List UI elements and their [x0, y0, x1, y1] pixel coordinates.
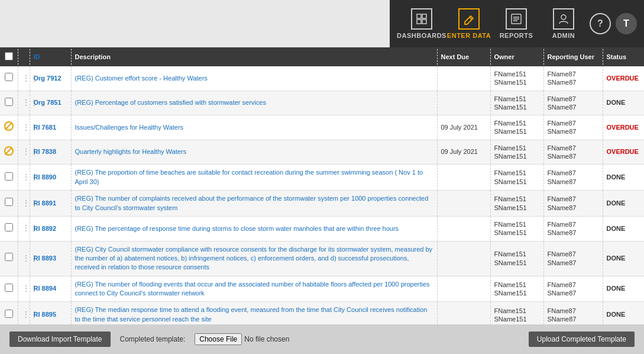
row-next-due — [437, 302, 490, 324]
row-checkbox[interactable] — [5, 73, 13, 81]
table-row: ⋮⋮RI 8894(REG) The number of flooding ev… — [0, 276, 644, 302]
row-owner: FName151SName151 — [490, 66, 543, 91]
nav-bar: DASHBOARDS ENTER DATA REPORTS — [390, 0, 644, 47]
row-next-due — [437, 216, 490, 241]
row-id[interactable]: RI 8895 — [30, 302, 71, 324]
nav-enter-data[interactable]: ENTER DATA — [445, 0, 493, 47]
col-header-drag — [18, 47, 30, 66]
col-header-desc: Description — [71, 47, 437, 66]
row-checkbox[interactable] — [5, 198, 13, 206]
row-id[interactable]: Org 7912 — [30, 66, 71, 91]
svg-point-8 — [561, 15, 566, 20]
row-id[interactable]: RI 8891 — [30, 191, 71, 217]
row-check-cell — [0, 115, 18, 140]
row-owner: FName151SName151 — [490, 302, 543, 324]
row-description: (REG) Percentage of customers satisfied … — [71, 91, 437, 115]
row-description: (REG) The percentage of response time du… — [71, 216, 437, 241]
col-header-owner: Owner — [490, 47, 543, 66]
completed-template-label: Completed template: — [120, 335, 186, 343]
row-status: DONE — [603, 216, 644, 241]
svg-rect-0 — [417, 14, 421, 18]
row-next-due — [437, 191, 490, 217]
upload-template-button[interactable]: Upload Completed Template — [529, 332, 635, 347]
row-checkbox[interactable] — [5, 223, 13, 231]
row-check-cell — [0, 241, 18, 276]
row-description: Quarterly highlights for Healthy Waters — [71, 140, 437, 165]
row-reporting-user: FName87SName87 — [543, 302, 603, 324]
row-description: (REG) The median response time to attend… — [71, 302, 437, 324]
row-description: Issues/Challenges for Healthy Waters — [71, 115, 437, 140]
row-owner: FName151SName151 — [490, 216, 543, 241]
table-row: ⋮⋮RI 8892(REG) The percentage of respons… — [0, 216, 644, 241]
admin-label: ADMIN — [552, 32, 575, 39]
drag-handle[interactable]: ⋮⋮ — [18, 115, 30, 140]
drag-handle[interactable]: ⋮⋮ — [18, 91, 30, 115]
nav-reports[interactable]: REPORTS — [493, 0, 540, 47]
row-next-due — [437, 91, 490, 115]
drag-handle[interactable]: ⋮⋮ — [18, 241, 30, 276]
row-description: (REG) The number of flooding events that… — [71, 276, 437, 302]
row-checkbox[interactable] — [5, 310, 13, 318]
row-checkbox[interactable] — [5, 253, 13, 261]
row-reporting-user: FName87SName87 — [543, 165, 603, 191]
main-content: ID Description Next Due Owner Reporting … — [0, 47, 644, 324]
row-id[interactable]: RI 7838 — [30, 140, 71, 165]
reports-icon — [506, 8, 527, 30]
row-owner: FName151SName151 — [490, 241, 543, 276]
row-check-cell — [0, 165, 18, 191]
row-id[interactable]: Org 7851 — [30, 91, 71, 115]
row-check-cell — [0, 91, 18, 115]
drag-handle[interactable]: ⋮⋮ — [18, 216, 30, 241]
drag-handle[interactable]: ⋮⋮ — [18, 302, 30, 324]
nav-dashboards[interactable]: DASHBOARDS — [398, 0, 445, 47]
row-checkbox[interactable] — [5, 98, 13, 106]
table-row: ⋮⋮RI 8890(REG) The proportion of time be… — [0, 165, 644, 191]
row-check-cell — [0, 66, 18, 91]
table-row: ⋮⋮Org 7912(REG) Customer effort score - … — [0, 66, 644, 91]
row-status: DONE — [603, 276, 644, 302]
table-row: ⋮⋮Org 7851(REG) Percentage of customers … — [0, 91, 644, 115]
drag-handle[interactable]: ⋮⋮ — [18, 140, 30, 165]
row-description: (REG) The proportion of time beaches are… — [71, 165, 437, 191]
file-input[interactable] — [195, 333, 329, 345]
help-button[interactable]: ? — [590, 13, 611, 34]
dashboards-label: DASHBOARDS — [397, 32, 446, 39]
row-check-cell — [0, 191, 18, 217]
user-button[interactable]: T — [616, 13, 637, 34]
drag-handle[interactable]: ⋮⋮ — [18, 66, 30, 91]
drag-handle[interactable]: ⋮⋮ — [18, 191, 30, 217]
row-id[interactable]: RI 8892 — [30, 216, 71, 241]
row-reporting-user: FName87SName87 — [543, 191, 603, 217]
col-header-status: Status — [603, 47, 644, 66]
row-checkbox[interactable] — [5, 172, 13, 181]
row-owner: FName151SName151 — [490, 91, 543, 115]
row-reporting-user: FName87SName87 — [543, 216, 603, 241]
data-table: ID Description Next Due Owner Reporting … — [0, 47, 644, 324]
row-status: OVERDUE — [603, 66, 644, 91]
row-next-due: 09 July 2021 — [437, 115, 490, 140]
row-owner: FName151SName151 — [490, 115, 543, 140]
svg-rect-2 — [417, 20, 421, 24]
row-status: DONE — [603, 165, 644, 191]
select-all-checkbox[interactable] — [5, 52, 13, 60]
row-owner: FName151SName151 — [490, 276, 543, 302]
row-next-due — [437, 276, 490, 302]
row-checkbox[interactable] — [5, 284, 13, 292]
drag-handle[interactable]: ⋮⋮ — [18, 276, 30, 302]
row-id[interactable]: RI 8890 — [30, 165, 71, 191]
row-id[interactable]: RI 8893 — [30, 241, 71, 276]
reports-label: REPORTS — [500, 32, 533, 39]
admin-icon — [553, 8, 574, 30]
col-header-check — [0, 47, 18, 66]
row-status: DONE — [603, 91, 644, 115]
row-status: OVERDUE — [603, 140, 644, 165]
row-reporting-user: FName87SName87 — [543, 115, 603, 140]
drag-handle[interactable]: ⋮⋮ — [18, 165, 30, 191]
table-row: ⋮⋮RI 8891(REG) The number of complaints … — [0, 191, 644, 217]
row-id[interactable]: RI 7681 — [30, 115, 71, 140]
table-body: ⋮⋮Org 7912(REG) Customer effort score - … — [0, 66, 644, 324]
row-id[interactable]: RI 8894 — [30, 276, 71, 302]
row-status: DONE — [603, 241, 644, 276]
nav-admin[interactable]: ADMIN — [540, 0, 587, 47]
download-template-button[interactable]: Download Import Template — [9, 332, 111, 347]
